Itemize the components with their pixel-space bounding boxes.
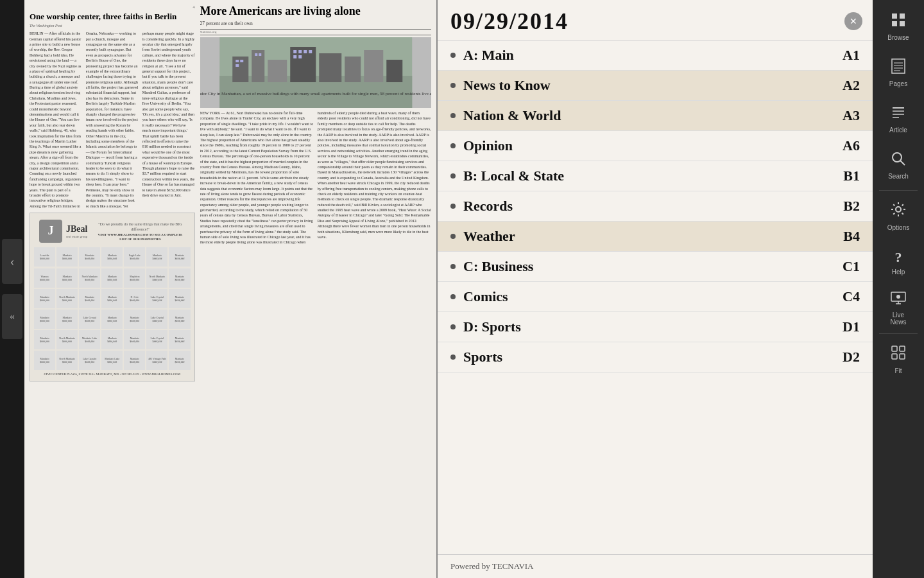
ad-property-cell: Mankato$###,### — [169, 351, 190, 370]
toc-section-code: B1 — [843, 168, 860, 184]
toc-section-name: Sports — [463, 349, 843, 365]
ad-property-cell: Mankato$###,### — [169, 268, 190, 288]
ad-property-cell: Mankato$###,### — [101, 310, 123, 329]
svg-point-35 — [893, 153, 902, 162]
ad-property-cell: Mankato$###,### — [124, 330, 145, 349]
svg-rect-20 — [298, 55, 302, 58]
toc-bullet — [450, 294, 456, 299]
options-label: Options — [887, 224, 909, 231]
svg-rect-7 — [345, 57, 361, 82]
fit-icon — [890, 344, 907, 365]
ad-property-cell: Mankato$###,### — [101, 247, 123, 267]
pages-button[interactable]: Pages — [875, 50, 921, 95]
ad-website: VISIT WWW.JBEALHOMES.COM TO SEE A COMPLE… — [95, 233, 185, 241]
toc-section-name: C: Business — [463, 258, 843, 275]
svg-rect-26 — [892, 59, 905, 73]
svg-rect-24 — [892, 21, 897, 26]
left-navigation: ‹ « — [0, 0, 24, 578]
ad-property-cell: Mankato$###,### — [101, 289, 123, 308]
live-news-button[interactable]: Live News — [875, 286, 921, 331]
toc-section-code: B4 — [843, 228, 860, 245]
help-button[interactable]: ? Help — [875, 240, 921, 285]
toc-bullet — [450, 143, 456, 148]
toc-section-item[interactable]: D: SportsD1 — [438, 312, 873, 342]
toc-section-item[interactable]: ComicsC4 — [438, 282, 873, 312]
toc-section-name: B: Local & State — [463, 168, 843, 184]
svg-rect-43 — [900, 346, 905, 351]
toc-bullet — [450, 355, 456, 360]
svg-rect-14 — [259, 53, 261, 56]
ad-property-cell: 481 Vintage Path$###,### — [146, 351, 167, 370]
svg-rect-44 — [892, 354, 897, 359]
toc-section-code: D1 — [843, 319, 860, 335]
ad-property-cell: North Mankato$###,### — [79, 268, 100, 288]
svg-rect-6 — [319, 53, 341, 82]
toc-section-code: B2 — [843, 198, 860, 215]
toc-section-item[interactable]: SportsD2 — [438, 342, 873, 372]
svg-rect-4 — [268, 60, 287, 82]
toc-section-name: D: Sports — [463, 319, 843, 335]
svg-rect-3 — [252, 50, 264, 82]
article-image: In Tudor City in Manhattan, a set of mas… — [200, 37, 432, 108]
toc-section-item[interactable]: WeatherB4 — [438, 222, 873, 252]
ad-property-cell: Mankato$###,### — [169, 247, 190, 267]
toc-section-item[interactable]: B: Local & StateB1 — [438, 161, 873, 191]
prev-section-button[interactable]: « — [2, 294, 22, 339]
sidebar-divider-2 — [879, 333, 918, 334]
toc-bullet — [450, 53, 456, 58]
close-toc-button[interactable]: ✕ — [844, 12, 862, 30]
options-button[interactable]: Options — [875, 193, 921, 238]
sidebar-divider-1 — [879, 190, 918, 191]
ad-property-cell: Mapleton$###,### — [124, 268, 145, 288]
ad-property-cell: Waseca$###,### — [34, 268, 55, 288]
options-gear-icon — [890, 201, 907, 222]
svg-rect-45 — [900, 354, 905, 359]
svg-rect-15 — [293, 50, 296, 53]
article-button[interactable]: Article — [875, 96, 921, 141]
toc-section-item[interactable]: C: BusinessC1 — [438, 252, 873, 282]
svg-rect-10 — [235, 60, 239, 62]
ad-company-name: JBeal — [66, 223, 87, 235]
ad-property-cell: North Mankato$###,### — [56, 330, 78, 349]
publication-date: 09/29/2014 — [450, 8, 569, 35]
ad-property-cell: Lake Crystal$###,### — [146, 310, 167, 329]
ad-property-cell: Mankato$###,### — [124, 351, 145, 370]
svg-rect-11 — [240, 60, 243, 62]
right-article-body: NEW YORK — At 61, Nori Dubrowski has no … — [200, 110, 432, 245]
svg-rect-9 — [386, 60, 402, 82]
ad-property-cell: Mankato$###,### — [101, 268, 123, 288]
toc-section-name: News to Know — [463, 77, 843, 94]
ad-property-cell: Mankato$###,### — [79, 247, 100, 267]
ad-property-cell: Mankato$###,### — [169, 330, 190, 349]
ad-property-cell: Mankato Lake$###,### — [79, 330, 100, 349]
toc-bullet — [450, 264, 456, 269]
ad-property-cell: Mankato$###,### — [79, 289, 100, 308]
ad-subtitle: real estate group — [66, 235, 87, 240]
toc-bullet — [450, 173, 456, 179]
browse-button[interactable]: Browse — [875, 4, 921, 49]
toc-section-item[interactable]: A: MainA1 — [438, 40, 873, 71]
svg-text:In Tudor City in Manhattan, a : In Tudor City in Manhattan, a set of mas… — [200, 91, 432, 96]
ad-property-cell: Mankato$###,### — [34, 310, 55, 329]
toc-bullet — [450, 83, 456, 88]
fit-button[interactable]: Fit — [875, 337, 921, 381]
left-article-byline: The Washington Post — [30, 24, 195, 29]
help-icon: ? — [895, 249, 902, 266]
ad-property-cell: Mankato$###,### — [124, 310, 145, 329]
prev-page-button[interactable]: ‹ — [2, 239, 22, 284]
toc-bullet — [450, 324, 456, 329]
ad-property-cell: Mankato$###,### — [101, 330, 123, 349]
search-button[interactable]: Search — [875, 143, 921, 188]
toc-section-item[interactable]: OpinionA6 — [438, 131, 873, 161]
ad-property-cell: Lake Crystal$###,### — [146, 289, 167, 308]
search-label: Search — [888, 173, 909, 180]
toc-section-item[interactable]: Nation & WorldA3 — [438, 101, 873, 131]
toc-section-item[interactable]: News to KnowA2 — [438, 71, 873, 101]
toc-section-name: Weather — [463, 228, 843, 245]
ad-property-cell: Eagle Lake$###,### — [124, 247, 145, 267]
newspaper-content: 4 One worship center, three faiths in Be… — [24, 0, 436, 578]
ad-property-cell: Mankato$###,### — [169, 289, 190, 308]
ad-property-cell: Mankato$###,### — [169, 310, 190, 329]
toc-section-item[interactable]: RecordsB2 — [438, 191, 873, 222]
toc-section-code: A2 — [843, 77, 860, 94]
